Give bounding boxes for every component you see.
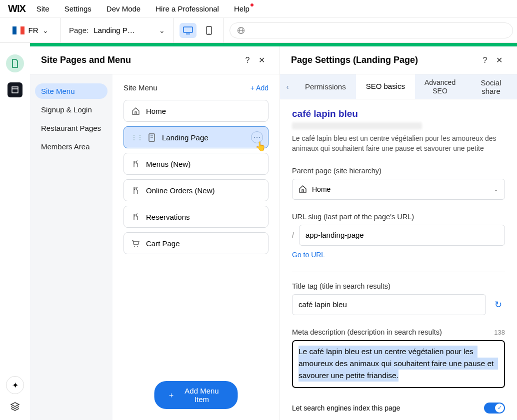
top-menu-bar: WIX Site Settings Dev Mode Hire a Profes… — [0, 0, 517, 18]
meta-description-input[interactable] — [292, 340, 505, 388]
tab-permissions[interactable]: Permissions — [295, 74, 356, 99]
tab-social-share[interactable]: Social share — [465, 74, 517, 99]
field-label: URL slug (last part of the page's URL) — [292, 213, 505, 221]
menu-settings[interactable]: Settings — [64, 4, 92, 13]
item-actions-button[interactable]: ⋯ — [251, 131, 263, 143]
add-page-link[interactable]: + Add — [250, 84, 268, 92]
mobile-view-button[interactable] — [200, 23, 218, 38]
button-label: Add Menu Item — [179, 387, 225, 404]
flag-france-icon — [12, 26, 24, 34]
ai-assistant-button[interactable]: ✦ — [6, 376, 24, 394]
svg-point-10 — [134, 246, 135, 247]
settings-body: café lapin bleu Le café lapin bleu est u… — [280, 99, 517, 420]
page-label: Page: — [69, 26, 88, 34]
help-button[interactable]: ? — [240, 53, 254, 67]
menu-item-cart[interactable]: Cart Page — [124, 232, 268, 254]
tab-seo-basics[interactable]: SEO basics — [356, 74, 415, 99]
tab-advanced-seo[interactable]: Advanced SEO — [415, 74, 465, 99]
device-switcher — [174, 18, 224, 42]
slash-prefix: / — [292, 231, 294, 239]
layout-icon — [12, 86, 18, 93]
page-switcher[interactable]: Page: Landing P… ⌄ — [61, 18, 174, 42]
language-switcher[interactable]: FR ⌄ — [0, 18, 61, 42]
menu-site[interactable]: Site — [36, 4, 50, 13]
menu-item-online-orders[interactable]: Online Orders (New) — [124, 179, 268, 201]
index-toggle-row: Let search engines index this page ✓ — [292, 403, 505, 414]
drag-handle-icon[interactable]: ⋮⋮ — [131, 134, 143, 141]
go-to-url-link[interactable]: Go to URL — [292, 251, 325, 259]
tabs-scroll-left[interactable]: ‹ — [280, 74, 295, 99]
pages-panel-title: Site Pages and Menu — [41, 55, 240, 65]
desktop-icon — [183, 26, 193, 34]
page-select-value: Landing P… — [94, 26, 154, 34]
menu-hire[interactable]: Hire a Professional — [156, 4, 219, 13]
pages-category-nav: Site Menu Signup & Login Restaurant Page… — [30, 74, 112, 420]
menu-help[interactable]: Help — [234, 4, 250, 13]
meta-description-field: Meta description (description in search … — [292, 328, 505, 390]
help-icon: ? — [246, 56, 250, 65]
menu-item-reservations[interactable]: Reservations — [124, 206, 268, 228]
field-label: Meta description (description in search … — [292, 328, 442, 336]
index-toggle[interactable]: ✓ — [484, 403, 505, 414]
plus-icon: ＋ — [168, 391, 175, 400]
fork-knife-icon — [131, 159, 140, 168]
search-preview-title: café lapin bleu — [292, 108, 505, 119]
menu-item-label: Online Orders (New) — [146, 186, 215, 195]
menu-item-label: Cart Page — [146, 239, 180, 248]
globe-icon — [237, 26, 245, 34]
page-icon — [11, 59, 19, 68]
main-workspace: ✦ Site Pages and Menu ? ✕ Site Menu Sign… — [0, 46, 517, 420]
pages-rail-button[interactable] — [6, 54, 24, 72]
select-value: Home — [312, 185, 330, 193]
menu-item-label: Landing Page — [162, 133, 208, 142]
mobile-icon — [206, 26, 212, 35]
add-menu-item-button[interactable]: ＋ Add Menu Item — [154, 381, 238, 409]
close-button[interactable]: ✕ — [254, 53, 268, 67]
notification-dot-icon — [250, 3, 254, 6]
menu-item-menus[interactable]: Menus (New) — [124, 153, 268, 175]
parent-page-select[interactable]: Home ⌄ — [292, 179, 505, 200]
fork-knife-icon — [131, 212, 140, 221]
menu-item-label: Reservations — [146, 213, 190, 221]
svg-point-3 — [208, 32, 210, 33]
help-button[interactable]: ? — [478, 53, 492, 67]
wix-logo: WIX — [8, 3, 26, 14]
page-settings-title: Page Settings (Landing Page) — [291, 55, 478, 65]
desktop-view-button[interactable] — [180, 23, 196, 38]
home-icon — [298, 185, 307, 193]
top-menu: Site Settings Dev Mode Hire a Profession… — [36, 4, 250, 13]
pages-panel-header: Site Pages and Menu ? ✕ — [30, 46, 280, 74]
accent-strip — [30, 43, 517, 46]
svg-rect-0 — [184, 27, 192, 32]
sidebar-item-signup-login[interactable]: Signup & Login — [35, 102, 108, 117]
site-menu-column: Site Menu + Add Home ⋮⋮ Landing Page ⋯ 👆 — [112, 74, 280, 420]
language-code: FR — [28, 26, 38, 34]
reset-button[interactable]: ↻ — [491, 298, 505, 312]
char-count: 138 — [494, 329, 505, 336]
pages-panel: Site Pages and Menu ? ✕ Site Menu Signup… — [30, 46, 280, 420]
layers-button[interactable] — [10, 401, 20, 412]
cart-icon — [131, 239, 140, 248]
preview-url-bar — [224, 18, 517, 42]
sidebar-item-site-menu[interactable]: Site Menu — [35, 83, 108, 99]
url-slug-field: URL slug (last part of the page's URL) /… — [292, 213, 505, 259]
chevron-down-icon: ⌄ — [42, 26, 48, 34]
add-section-rail-button[interactable] — [8, 82, 22, 97]
close-icon: ✕ — [496, 55, 502, 65]
sidebar-item-restaurant-pages[interactable]: Restaurant Pages — [35, 120, 108, 136]
url-input[interactable] — [230, 22, 513, 38]
menu-item-home[interactable]: Home — [124, 100, 268, 122]
chevron-down-icon: ⌄ — [159, 26, 165, 34]
help-icon: ? — [483, 56, 488, 65]
page-icon — [147, 133, 156, 142]
title-tag-input[interactable] — [292, 294, 486, 315]
search-preview-description: Le café lapin bleu est un centre végétal… — [292, 133, 505, 154]
close-button[interactable]: ✕ — [492, 53, 506, 67]
menu-item-landing-page[interactable]: ⋮⋮ Landing Page ⋯ 👆 — [124, 126, 268, 148]
url-slug-input[interactable] — [299, 225, 505, 246]
left-rail: ✦ — [0, 46, 30, 420]
menu-devmode[interactable]: Dev Mode — [106, 4, 140, 13]
site-menu-heading: Site Menu — [124, 83, 158, 92]
sidebar-item-members-area[interactable]: Members Area — [35, 139, 108, 154]
search-preview-url-placeholder — [292, 122, 422, 129]
